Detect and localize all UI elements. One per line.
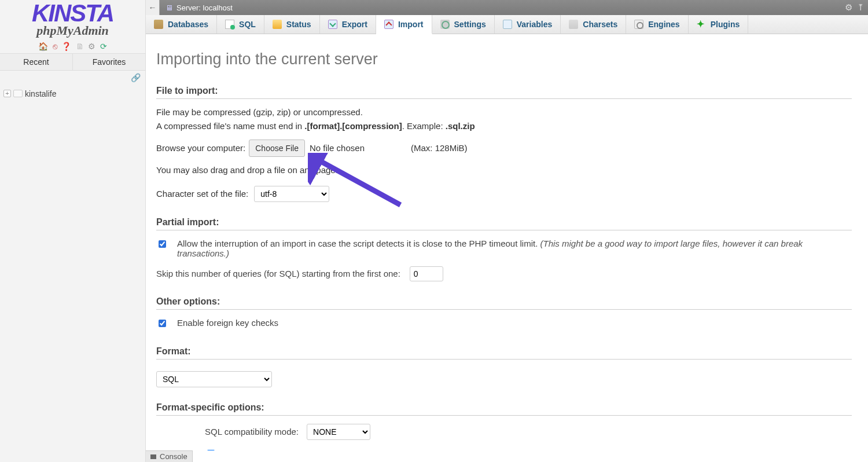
no-file-label: No file chosen <box>310 142 365 155</box>
tab-sql-label: SQL <box>239 20 256 29</box>
tab-favorites[interactable]: Favorites <box>72 54 145 70</box>
settings-icon <box>440 20 450 29</box>
tab-charsets[interactable]: Charsets <box>561 15 626 34</box>
allow-interrupt-checkbox[interactable] <box>159 240 166 248</box>
drag-drop-note: You may also drag and drop a file on any… <box>156 164 852 177</box>
sql-compat-label: SQL compatibility mode: <box>205 427 299 437</box>
format-select[interactable]: SQL <box>156 371 272 387</box>
page-settings-icon[interactable]: ⚙ <box>845 2 852 13</box>
settings-gear-icon[interactable]: ⚙ <box>88 42 95 51</box>
tab-settings[interactable]: Settings <box>432 15 495 34</box>
tab-export[interactable]: Export <box>320 15 376 34</box>
skip-queries-input[interactable] <box>410 266 443 281</box>
tab-status-label: Status <box>286 20 311 29</box>
sidebar-tabs: Recent Favorites <box>0 53 145 71</box>
skip-queries-label: Skip this number of queries (for SQL) st… <box>156 269 400 278</box>
export-icon <box>328 20 337 29</box>
compress-note-1: File may be compressed (gzip, zip) or un… <box>156 106 852 119</box>
no-autoincrement-label: Do not use AUTO_INCREMENT for zero value… <box>225 449 389 450</box>
charsets-icon <box>569 20 578 29</box>
foreign-key-label: Enable foreign key checks <box>177 318 278 328</box>
sql-icon <box>225 20 234 29</box>
console-label: Console <box>160 452 187 461</box>
help-icon[interactable]: ❓ <box>61 42 71 51</box>
logo-phpmyadmin: phpMyAdmin <box>0 23 145 38</box>
max-size-label: (Max: 128MiB) <box>411 142 468 155</box>
docs-icon[interactable]: 🗎 <box>76 42 84 51</box>
tab-engines-label: Engines <box>648 20 679 29</box>
tab-engines[interactable]: Engines <box>626 15 688 34</box>
tab-recent[interactable]: Recent <box>0 54 72 70</box>
database-icon <box>13 90 23 97</box>
tab-sql[interactable]: SQL <box>217 15 264 34</box>
tab-databases[interactable]: Databases <box>146 15 217 34</box>
plugins-icon: ✦ <box>697 20 706 29</box>
page-title: Importing into the current server <box>156 50 852 68</box>
variables-icon <box>503 20 512 29</box>
tab-charsets-label: Charsets <box>583 20 617 29</box>
engines-icon <box>634 20 643 29</box>
compress-note-2: A compressed file's name must end in .[f… <box>156 120 852 133</box>
logo-kinsta: KINSTA <box>0 2 145 24</box>
import-icon <box>384 20 393 29</box>
collapse-icon[interactable]: ⤒ <box>857 2 865 13</box>
choose-file-button[interactable]: Choose File <box>249 140 305 157</box>
tab-databases-label: Databases <box>168 20 208 29</box>
section-format-specific: Format-specific options: SQL compatibili… <box>156 402 852 450</box>
allow-interrupt-label: Allow the interruption of an import in c… <box>177 239 538 248</box>
section-other-options: Other options: Enable foreign key checks <box>156 296 852 331</box>
sql-compat-select[interactable]: NONE <box>307 424 370 440</box>
link-icon[interactable]: 🔗 <box>0 71 145 83</box>
titlebar: ← 🖥 Server: localhost ⚙ ⤒ <box>146 0 868 15</box>
section-format: Format: SQL <box>156 346 852 387</box>
sidebar: KINSTA phpMyAdmin 🏠 ⎋ ❓ 🗎 ⚙ ⟳ Recent Fav… <box>0 0 146 462</box>
logo: KINSTA phpMyAdmin <box>0 0 145 38</box>
charset-label: Character set of the file: <box>156 188 248 200</box>
tab-plugins[interactable]: ✦Plugins <box>689 15 749 34</box>
tab-import[interactable]: Import <box>376 15 432 34</box>
sidebar-quick-icons: 🏠 ⎋ ❓ 🗎 ⚙ ⟳ <box>0 38 145 53</box>
heading-format-specific: Format-specific options: <box>156 402 852 416</box>
databases-icon <box>154 20 163 29</box>
tab-variables[interactable]: Variables <box>495 15 561 34</box>
top-tabs: Databases SQL Status Export Import Setti… <box>146 15 868 34</box>
tab-export-label: Export <box>342 20 367 29</box>
browse-label: Browse your computer: <box>156 142 245 155</box>
reload-icon[interactable]: ⟳ <box>100 42 107 51</box>
back-button[interactable]: ← <box>146 0 160 15</box>
server-label: Server: localhost <box>176 3 233 12</box>
database-name: kinstalife <box>25 89 56 98</box>
home-icon[interactable]: 🏠 <box>38 42 48 51</box>
tab-import-label: Import <box>398 20 424 29</box>
tab-plugins-label: Plugins <box>711 20 740 29</box>
heading-other-options: Other options: <box>156 296 852 310</box>
db-tree-item[interactable]: + kinstalife <box>0 83 145 104</box>
heading-partial-import: Partial import: <box>156 217 852 230</box>
heading-format: Format: <box>156 346 852 360</box>
heading-file-to-import: File to import: <box>156 86 852 99</box>
section-file-to-import: File to import: File may be compressed (… <box>156 86 852 202</box>
charset-select[interactable]: utf-8 <box>254 186 329 202</box>
tab-status[interactable]: Status <box>264 15 320 34</box>
no-autoincrement-checkbox[interactable] <box>207 450 215 450</box>
tab-settings-label: Settings <box>454 20 486 29</box>
console-toggle[interactable]: Console <box>146 450 193 462</box>
foreign-key-checkbox[interactable] <box>159 320 166 327</box>
tab-variables-label: Variables <box>517 20 553 29</box>
section-partial-import: Partial import: Allow the interruption o… <box>156 217 852 281</box>
exit-icon[interactable]: ⎋ <box>53 42 57 51</box>
status-icon <box>273 20 282 29</box>
expand-icon[interactable]: + <box>3 90 11 97</box>
content: Importing into the current server File t… <box>146 34 868 450</box>
console-icon <box>150 454 156 459</box>
main: ← 🖥 Server: localhost ⚙ ⤒ Databases SQL … <box>146 0 868 462</box>
server-icon: 🖥 <box>165 3 173 12</box>
